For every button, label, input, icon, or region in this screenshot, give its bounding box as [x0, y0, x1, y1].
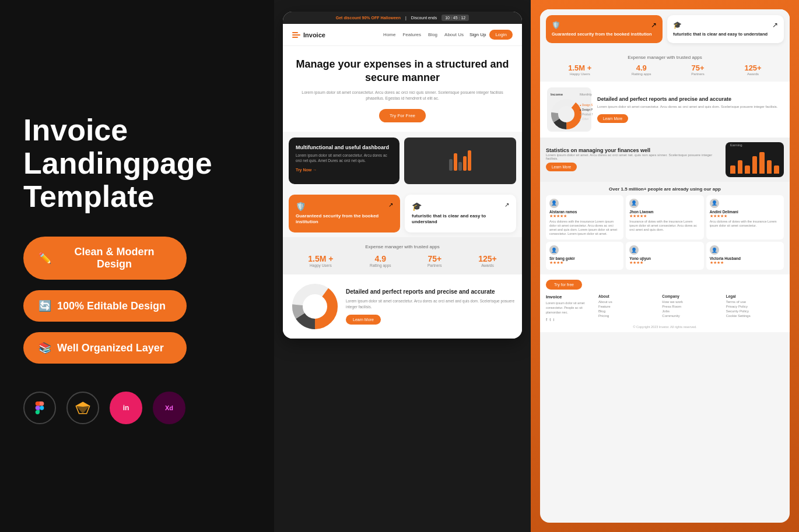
editable-label: 100% Editable Design — [57, 300, 166, 312]
rp-footer-about-us[interactable]: About us — [598, 300, 656, 304]
rp-footer-feature[interactable]: Feature — [598, 305, 656, 308]
testimonial-name-2: Jhon Liwown — [629, 210, 700, 214]
logo-lines — [292, 32, 300, 38]
reports-text: Detailed and perfect reports and precise… — [346, 288, 516, 324]
testimonial-stars-6: ★★★★ — [710, 260, 780, 265]
avatar-5: 👤 — [629, 245, 639, 255]
rp-footer-jobs[interactable]: Jobs — [662, 309, 720, 313]
testimonial-name-4: Sir bang gokir — [549, 256, 620, 260]
svg-text:● Design Service: ● Design Service — [580, 104, 593, 107]
testimonial-name-1: Alstaran ramos — [549, 210, 620, 214]
dashboard-card-desc: Lorem ipsum dolor sit amet consectetur. … — [296, 153, 393, 163]
rp-footer-cookie[interactable]: Cookie Settings — [726, 314, 784, 318]
rp-footer-blog[interactable]: Blog — [598, 309, 656, 313]
nav-about[interactable]: About Us — [444, 32, 464, 37]
nav-features[interactable]: Features — [402, 32, 421, 37]
testimonial-3: 👤 Andini Delimani ★★★★★ Arcu dolores of … — [706, 195, 784, 240]
hat-icon: 🎓 — [412, 202, 422, 211]
rp-feat-card-futuristic: 🎓 ↗ futuristic that is clear and easy to… — [667, 15, 784, 43]
layer-button[interactable]: 📚 Well Organized Layer — [23, 332, 187, 364]
rp-footer-community[interactable]: Community — [662, 314, 720, 318]
main-title: InvoiceLandingpageTemplate — [23, 114, 251, 214]
donut-chart — [289, 280, 341, 333]
rp-arrow-icon-1: ↗ — [651, 21, 657, 29]
dashboard-try-button[interactable]: Try Now → — [296, 168, 393, 172]
rp-footer-how-we-work[interactable]: How we work — [662, 300, 720, 304]
testimonial-1: 👤 Alstaran ramos ★★★★★ Arcu dolores with… — [546, 195, 623, 240]
rp-stats2-content: Statistics on managing your finances wel… — [546, 147, 721, 171]
rp-stat-desc-awards: Awards — [744, 72, 761, 76]
arrow-icon-1: ↗ — [388, 202, 393, 211]
hero-subtitle: Lorem ipsum dolor sit amet consectetur. … — [295, 90, 510, 102]
testimonial-text-2: Insurance of dotes with the insurance Lo… — [629, 220, 700, 232]
rp-stats2-title: Statistics on managing your finances wel… — [546, 147, 721, 153]
rp-footer-security-policy[interactable]: Security Policy — [726, 309, 784, 313]
nav-signup[interactable]: Sign Up — [469, 32, 486, 37]
learn-more-button[interactable]: Learn More — [346, 315, 381, 325]
stat-num-partners: 75+ — [427, 254, 442, 263]
nav-login-button[interactable]: Login — [489, 30, 513, 40]
sketch-icon[interactable] — [66, 392, 99, 424]
invision-icon[interactable]: in — [110, 392, 142, 424]
rp-feat-card-security: 🛡️ ↗ Guaranteed security from the booked… — [546, 15, 663, 43]
stat-desc-rating: Ratting apps — [370, 263, 391, 267]
hero-cta-button[interactable]: Try For Free — [379, 109, 426, 122]
testimonials-grid: 👤 Alstaran ramos ★★★★★ Arcu dolores with… — [546, 195, 784, 270]
stat-rating: 4.9 Ratting apps — [370, 254, 391, 267]
nav-home[interactable]: Home — [383, 32, 395, 37]
rp-top-cards: 🛡️ ↗ Guaranteed security from the booked… — [540, 9, 790, 49]
rp-learn-more2-button[interactable]: Learn More — [546, 163, 577, 171]
right-panel: 🛡️ ↗ Guaranteed security from the booked… — [531, 0, 799, 532]
rp-footer-terms[interactable]: Terms of use — [726, 300, 784, 304]
feature-card-security: 🛡️ ↗ Guaranteed security from the booked… — [289, 195, 400, 232]
feature-card-futuristic: 🎓 ↗ futuristic that is clear and easy to… — [405, 195, 516, 232]
rp-security-text: Guaranteed security from the booked inst… — [552, 31, 657, 37]
xd-icon[interactable]: Xd — [153, 392, 185, 424]
middle-panel: Get discount 90% OFF Halloween | Discoun… — [274, 0, 531, 532]
rp-donut-chart: Income Monthly ▾ ● Design Service ● Desi… — [546, 86, 593, 133]
rp-futuristic-text: futuristic that is clear and easy to und… — [673, 31, 778, 37]
svg-text:Monthly ▾: Monthly ▾ — [580, 93, 593, 96]
rp-learn-more-button[interactable]: Learn More — [597, 114, 628, 123]
rp-reports: Income Monthly ▾ ● Design Service ● Desi… — [540, 82, 790, 138]
stats-section: Expense manager with trusted apps 1.5M +… — [283, 237, 522, 274]
mini-chart — [449, 150, 471, 171]
facebook-icon[interactable]: f — [546, 317, 547, 322]
rp-reports-title: Detailed and perfect reports and precise… — [597, 96, 777, 102]
clean-modern-button[interactable]: ✏️ Clean & Modern Design — [23, 237, 187, 280]
rp-try-free-button[interactable]: Try for free — [546, 280, 582, 290]
rp-stats2: Statistics on managing your finances wel… — [540, 138, 790, 182]
dashboard-dark-card: Multifunctional and useful dashboard Lor… — [289, 138, 400, 184]
stat-desc-users: Happy Users — [308, 263, 333, 267]
rp-stats-row: 1.5M + Happy Users 4.9 Ratting apps 75+ … — [548, 64, 782, 76]
futuristic-card-text: futuristic that is clear and easy to und… — [412, 213, 509, 226]
twitter-icon[interactable]: t — [549, 317, 551, 322]
futuristic-card-icons: 🎓 ↗ — [412, 202, 509, 211]
testimonial-4: 👤 Sir bang gokir ★★★★ — [546, 242, 623, 270]
rp-social-icons: f t i — [546, 317, 593, 322]
rp-testimonials: Over 1.5 million+ people are already usi… — [540, 182, 790, 275]
rp-footer-press[interactable]: Press Room — [662, 305, 720, 308]
avatar-2: 👤 — [629, 199, 639, 208]
figma-icon[interactable] — [23, 392, 56, 424]
reports-title: Detailed and perfect reports and precise… — [346, 288, 516, 295]
svg-text:● Design Product: ● Design Product — [580, 108, 593, 111]
rp-stat-rating: 4.9 Ratting apps — [632, 64, 651, 76]
rp-footer-logo-col: Invoice Lorem ipsum dolor sit amet conse… — [546, 294, 593, 322]
testimonial-5: 👤 Yono ujiyun ★★★★ — [626, 242, 703, 270]
stat-num-rating: 4.9 — [370, 254, 391, 263]
rp-footer-pricing[interactable]: Pricing — [598, 314, 656, 318]
testimonial-stars-4: ★★★★ — [549, 260, 620, 265]
rp-footer-content: Invoice Lorem ipsum dolor sit amet conse… — [546, 294, 784, 322]
rp-footer-about-title: About — [598, 294, 656, 298]
nav-blog[interactable]: Blog — [428, 32, 437, 37]
editable-button[interactable]: 🔄 100% Editable Design — [23, 290, 187, 322]
avatar-4: 👤 — [549, 245, 559, 255]
svg-text:● Product Myself: ● Product Myself — [580, 113, 593, 116]
rp-footer-privacy[interactable]: Privacy Policy — [726, 305, 784, 308]
rp-stat-num-rating: 4.9 — [632, 64, 651, 72]
mini-bar-5 — [468, 150, 471, 171]
instagram-icon[interactable]: i — [553, 317, 554, 322]
rp-footer-tagline: Lorem ipsum dolor sit amet consectetur. … — [546, 301, 593, 315]
testimonial-name-3: Andini Delimani — [710, 210, 780, 214]
